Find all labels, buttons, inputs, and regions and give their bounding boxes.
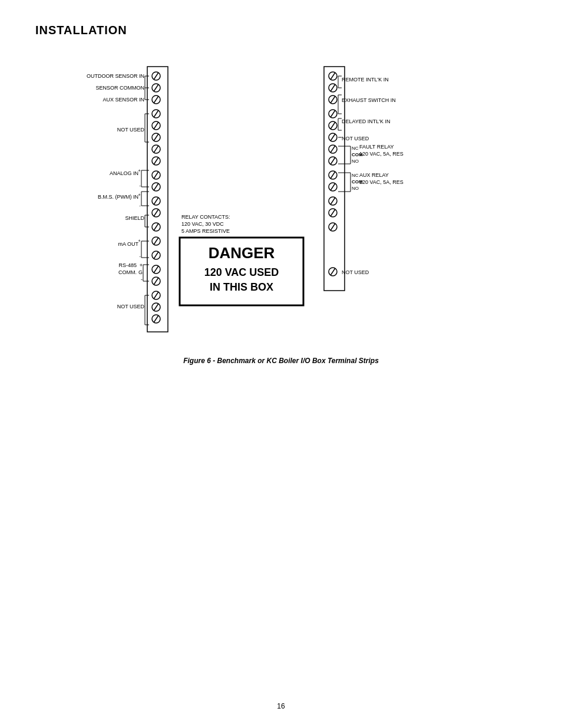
svg-text:SHIELD: SHIELD xyxy=(125,215,144,221)
svg-text:G: G xyxy=(138,269,143,275)
svg-text:120 VAC, 5A, RES: 120 VAC, 5A, RES xyxy=(359,151,404,157)
svg-text:NOT USED: NOT USED xyxy=(117,304,145,309)
svg-text:NO: NO xyxy=(352,159,359,164)
svg-text:NC: NC xyxy=(352,173,359,178)
svg-text:-: - xyxy=(139,183,141,188)
svg-text:-: - xyxy=(141,276,143,282)
svg-text:+: + xyxy=(140,262,143,268)
danger-title: DANGER xyxy=(209,244,275,262)
svg-text:-: - xyxy=(139,253,141,259)
relay-info-line2: 120 VAC, 30 VDC xyxy=(181,221,224,227)
svg-text:EXHAUST SWITCH IN: EXHAUST SWITCH IN xyxy=(342,97,396,103)
svg-text:NC: NC xyxy=(352,146,359,151)
svg-text:REMOTE INTL'K IN: REMOTE INTL'K IN xyxy=(342,77,389,83)
svg-text:B.M.S. (PWM) IN: B.M.S. (PWM) IN xyxy=(98,194,138,200)
svg-text:OUTDOOR SENSOR IN: OUTDOOR SENSOR IN xyxy=(87,73,144,79)
svg-text:NOT USED: NOT USED xyxy=(342,136,369,141)
svg-text:ANALOG IN: ANALOG IN xyxy=(110,170,138,176)
wiring-diagram: OUTDOOR SENSOR IN SENSOR COMMON AUX SENS… xyxy=(35,55,459,344)
svg-text:mA OUT: mA OUT xyxy=(118,241,138,247)
relay-info-line3: 5 AMPS RESISTIVE xyxy=(181,228,230,234)
svg-text:120 VAC, 5A, RES: 120 VAC, 5A, RES xyxy=(359,179,404,185)
page-number: 16 xyxy=(277,702,285,710)
svg-text:+: + xyxy=(138,238,141,243)
svg-text:COMM.: COMM. xyxy=(118,269,137,275)
svg-text:-: - xyxy=(139,203,141,208)
page-title: INSTALLATION xyxy=(35,24,527,37)
figure-caption: Figure 6 - Benchmark or KC Boiler I/O Bo… xyxy=(35,357,527,365)
svg-text:AUX RELAY: AUX RELAY xyxy=(359,172,389,178)
page-container: INSTALLATION xyxy=(0,0,562,728)
svg-text:DELAYED INTL'K IN: DELAYED INTL'K IN xyxy=(342,118,391,124)
svg-text:NO: NO xyxy=(352,186,359,191)
danger-line1: 120 VAC USED xyxy=(204,266,279,278)
svg-text:AUX SENSOR IN: AUX SENSOR IN xyxy=(103,97,144,103)
relay-info-line1: RELAY CONTACTS: xyxy=(181,214,230,220)
danger-line2: IN THIS BOX xyxy=(210,281,273,293)
svg-text:NOT USED: NOT USED xyxy=(117,127,145,133)
svg-text:+: + xyxy=(138,192,141,197)
svg-text:SENSOR COMMON: SENSOR COMMON xyxy=(95,85,144,91)
svg-text:+: + xyxy=(138,168,141,173)
svg-text:FAULT RELAY: FAULT RELAY xyxy=(359,144,394,150)
svg-text:RS-485: RS-485 xyxy=(118,262,137,268)
svg-text:NOT USED: NOT USED xyxy=(342,269,369,275)
diagram-container: OUTDOOR SENSOR IN SENSOR COMMON AUX SENS… xyxy=(35,55,527,345)
